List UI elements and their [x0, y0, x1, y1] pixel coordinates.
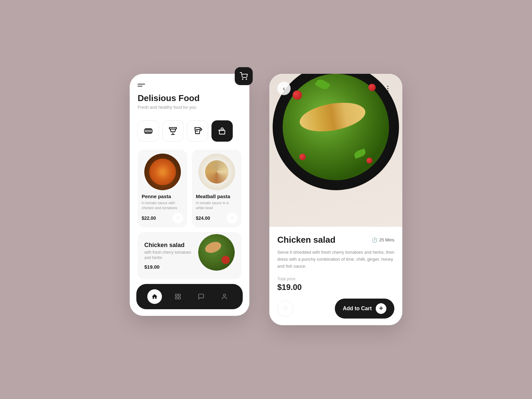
svg-point-1 [246, 79, 247, 79]
food-grid: Penne pasta in tomato sauce with chicken… [130, 147, 249, 232]
svg-rect-7 [179, 297, 181, 299]
meatball-price-row: $24.00 ♡ [196, 213, 237, 223]
phone1-inner: Delisious Food Fresh and healthy food fo… [130, 74, 249, 309]
detail-title: Chicken salad [277, 235, 335, 245]
app-subtitle: Fresh and healthy food for you [138, 105, 241, 110]
svg-rect-5 [179, 294, 181, 296]
phone2-topbar: ‹ ⋮ [269, 74, 402, 103]
svg-rect-6 [176, 297, 178, 299]
tomato-3 [299, 154, 306, 160]
more-button[interactable]: ⋮ [381, 82, 394, 95]
detail-title-row: Chicken salad 🕐 25 Mins [277, 235, 394, 245]
chicken-desc: with fresh cherry tomatoes and herbs [144, 250, 195, 260]
clock-icon: 🕐 [372, 237, 377, 243]
chicken-salad-card[interactable]: Chicken salad with fresh cherry tomatoes… [138, 232, 241, 279]
penne-price-row: $22.00 ♡ [142, 213, 183, 223]
svg-rect-4 [176, 294, 178, 296]
menu-icon[interactable] [138, 84, 241, 86]
app-title: Delisious Food [138, 93, 241, 103]
main-container: Delisious Food Fresh and healthy food fo… [110, 54, 422, 345]
back-button[interactable]: ‹ [277, 82, 291, 95]
nav-chat[interactable] [194, 289, 208, 304]
chicken-info: Chicken salad with fresh cherry tomatoes… [144, 242, 195, 269]
nav-orders[interactable] [171, 289, 185, 304]
penne-price: $22.00 [142, 215, 156, 221]
detail-description: Serve it shredded with fresh cherry toma… [277, 249, 394, 270]
category-drinks[interactable] [187, 120, 208, 142]
meatball-image [199, 154, 235, 190]
bottom-nav [136, 284, 243, 309]
penne-name: Penne pasta [142, 194, 183, 199]
tomato-4 [366, 158, 372, 164]
nav-home[interactable] [147, 289, 162, 304]
svg-point-8 [223, 294, 226, 297]
time-label: 25 Mins [379, 237, 394, 242]
salad-visual [198, 234, 235, 271]
category-dessert[interactable] [162, 120, 184, 142]
svg-point-3 [221, 128, 223, 130]
meatball-price: $24.00 [196, 215, 210, 221]
phone1: Delisious Food Fresh and healthy food fo… [130, 74, 249, 316]
leaf-2 [353, 149, 367, 159]
phone1-header: Delisious Food Fresh and healthy food fo… [130, 74, 249, 115]
phone2: ‹ ⋮ Chicken salad 🕐 25 Mins Serve it shr… [269, 74, 402, 325]
meatball-desc: in tomato sauce in a white bowl [196, 200, 237, 210]
food-card-penne[interactable]: Penne pasta in tomato sauce with chicken… [138, 150, 187, 227]
chicken-salad-image [198, 234, 235, 271]
plus-icon: + [376, 303, 386, 314]
penne-image [144, 154, 181, 190]
meatball-name: Meatball pasta [196, 194, 237, 199]
hero-image: ‹ ⋮ [269, 74, 402, 227]
nav-profile[interactable] [217, 289, 232, 304]
total-price-value: $19.00 [277, 283, 394, 292]
time-badge: 🕐 25 Mins [372, 237, 394, 243]
bottom-actions: ♡ Add to Cart + [269, 299, 402, 319]
add-to-cart-label: Add to Cart [343, 306, 372, 312]
chicken-price: $19.00 [144, 264, 195, 270]
meatball-favorite[interactable]: ♡ [227, 213, 237, 223]
add-to-cart-button[interactable]: Add to Cart + [335, 299, 394, 319]
penne-desc: in tomato sauce with chicken and tomatoe… [142, 200, 183, 210]
food-card-meatball[interactable]: Meatball pasta in tomato sauce in a whit… [192, 150, 241, 227]
detail-favorite-button[interactable]: ♡ [277, 301, 293, 317]
category-row [130, 115, 249, 147]
category-food-active[interactable] [211, 120, 233, 142]
svg-point-0 [242, 79, 243, 79]
chicken-name: Chicken salad [144, 242, 195, 249]
penne-favorite[interactable]: ♡ [173, 213, 183, 223]
category-burger[interactable] [138, 120, 159, 142]
total-price-label: Total price [277, 277, 394, 281]
cart-button[interactable] [235, 67, 253, 85]
